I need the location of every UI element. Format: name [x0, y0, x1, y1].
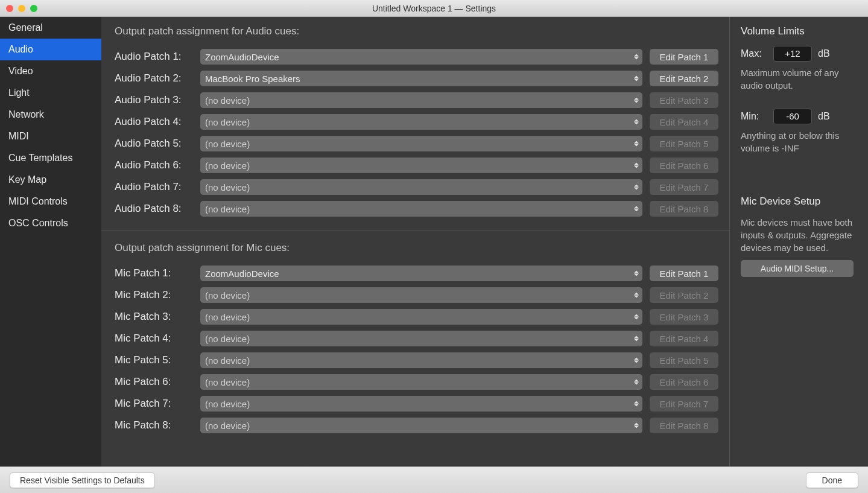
audio-section-title: Output patch assignment for Audio cues:	[115, 25, 718, 37]
mic-section-title: Output patch assignment for Mic cues:	[115, 242, 718, 254]
mic-patch-device-3: (no device)	[205, 312, 250, 322]
mic-patch-device-1: ZoomAudioDevice	[205, 269, 279, 279]
mic-patch-select-5[interactable]: (no device)	[200, 352, 642, 368]
audio-midi-setup-button[interactable]: Audio MIDI Setup...	[741, 260, 854, 277]
mic-patch-select-6[interactable]: (no device)	[200, 374, 642, 390]
footer: Reset Visible Settings to Defaults Done	[0, 466, 868, 493]
sidebar-item-light[interactable]: Light	[0, 82, 101, 104]
side-panel: Volume Limits Max: +12 dB Maximum volume…	[729, 17, 868, 466]
mic-edit-patch-button-7: Edit Patch 7	[650, 396, 718, 412]
up-down-icon	[634, 314, 639, 320]
sidebar-item-cue-templates[interactable]: Cue Templates	[0, 147, 101, 169]
audio-patch-label-7: Audio Patch 7:	[115, 181, 193, 193]
mic-patch-label-6: Mic Patch 6:	[115, 376, 193, 388]
audio-patch-label-6: Audio Patch 6:	[115, 159, 193, 171]
min-volume-input[interactable]: -60	[773, 109, 812, 124]
audio-patch-label-4: Audio Patch 4:	[115, 116, 193, 128]
mic-patch-device-4: (no device)	[205, 334, 250, 344]
audio-patch-device-3: (no device)	[205, 95, 250, 106]
up-down-icon	[634, 163, 639, 168]
up-down-icon	[634, 141, 639, 147]
audio-patch-select-7[interactable]: (no device)	[200, 179, 642, 195]
mic-edit-patch-button-3: Edit Patch 3	[650, 309, 718, 325]
mic-patch-row-3: Mic Patch 3:(no device)Edit Patch 3	[115, 306, 718, 328]
reset-defaults-button[interactable]: Reset Visible Settings to Defaults	[10, 472, 155, 488]
audio-patch-device-7: (no device)	[205, 182, 250, 192]
mic-patch-label-5: Mic Patch 5:	[115, 354, 193, 366]
mic-patch-select-2[interactable]: (no device)	[200, 287, 642, 303]
sidebar-item-audio[interactable]: Audio	[0, 39, 101, 60]
mic-patch-label-4: Mic Patch 4:	[115, 332, 193, 345]
sidebar-item-video[interactable]: Video	[0, 60, 101, 82]
audio-patch-select-1[interactable]: ZoomAudioDevice	[200, 49, 642, 65]
max-unit: dB	[818, 48, 830, 59]
mic-patch-row-5: Mic Patch 5:(no device)Edit Patch 5	[115, 349, 718, 371]
patch-area: Output patch assignment for Audio cues: …	[101, 17, 729, 466]
up-down-icon	[634, 336, 639, 342]
up-down-icon	[634, 380, 639, 385]
max-label: Max:	[741, 48, 767, 59]
audio-edit-patch-button-2[interactable]: Edit Patch 2	[650, 71, 718, 86]
mic-patch-row-8: Mic Patch 8:(no device)Edit Patch 8	[115, 415, 718, 436]
audio-patch-select-3[interactable]: (no device)	[200, 92, 642, 108]
audio-edit-patch-button-7: Edit Patch 7	[650, 179, 718, 195]
up-down-icon	[634, 358, 639, 363]
sidebar-item-general[interactable]: General	[0, 17, 101, 39]
mic-patch-device-2: (no device)	[205, 290, 250, 301]
mic-patch-select-4[interactable]: (no device)	[200, 331, 642, 346]
audio-patch-select-4[interactable]: (no device)	[200, 114, 642, 130]
done-button[interactable]: Done	[806, 472, 858, 488]
titlebar: Untitled Workspace 1 — Settings	[0, 0, 868, 17]
mic-edit-patch-button-2: Edit Patch 2	[650, 287, 718, 303]
audio-patch-row-5: Audio Patch 5:(no device)Edit Patch 5	[115, 133, 718, 154]
up-down-icon	[634, 185, 639, 190]
audio-patch-row-1: Audio Patch 1:ZoomAudioDeviceEdit Patch …	[115, 46, 718, 68]
audio-patch-device-5: (no device)	[205, 139, 250, 149]
audio-patch-device-4: (no device)	[205, 117, 250, 127]
max-volume-input[interactable]: +12	[773, 46, 812, 62]
main-content: Output patch assignment for Audio cues: …	[101, 17, 868, 466]
audio-patch-select-6[interactable]: (no device)	[200, 157, 642, 173]
mic-patch-row-6: Mic Patch 6:(no device)Edit Patch 6	[115, 371, 718, 393]
audio-edit-patch-button-6: Edit Patch 6	[650, 157, 718, 173]
mic-patch-select-3[interactable]: (no device)	[200, 309, 642, 325]
section-divider	[101, 231, 729, 231]
up-down-icon	[634, 119, 639, 125]
up-down-icon	[634, 293, 639, 298]
audio-patch-device-6: (no device)	[205, 161, 250, 171]
up-down-icon	[634, 54, 639, 60]
mic-patch-device-8: (no device)	[205, 421, 250, 431]
mic-patch-select-1[interactable]: ZoomAudioDevice	[200, 266, 642, 281]
close-window-button[interactable]	[6, 5, 13, 12]
audio-patch-select-2[interactable]: MacBook Pro Speakers	[200, 71, 642, 86]
maximize-window-button[interactable]	[30, 5, 37, 12]
sidebar-item-osc-controls[interactable]: OSC Controls	[0, 212, 101, 234]
mic-patch-select-7[interactable]: (no device)	[200, 396, 642, 412]
up-down-icon	[634, 98, 639, 103]
mic-edit-patch-button-4: Edit Patch 4	[650, 331, 718, 346]
audio-edit-patch-button-4: Edit Patch 4	[650, 114, 718, 130]
audio-edit-patch-button-5: Edit Patch 5	[650, 136, 718, 151]
audio-edit-patch-button-1[interactable]: Edit Patch 1	[650, 49, 718, 65]
mic-patch-row-7: Mic Patch 7:(no device)Edit Patch 7	[115, 393, 718, 415]
sidebar-item-midi-controls[interactable]: MIDI Controls	[0, 191, 101, 212]
sidebar-item-key-map[interactable]: Key Map	[0, 169, 101, 191]
sidebar-item-network[interactable]: Network	[0, 104, 101, 126]
sidebar-item-midi[interactable]: MIDI	[0, 126, 101, 147]
min-desc: Anything at or below this volume is -INF	[741, 129, 854, 154]
audio-edit-patch-button-8: Edit Patch 8	[650, 201, 718, 217]
mic-edit-patch-button-1[interactable]: Edit Patch 1	[650, 266, 718, 281]
minimize-window-button[interactable]	[18, 5, 25, 12]
audio-patch-row-7: Audio Patch 7:(no device)Edit Patch 7	[115, 176, 718, 198]
mic-setup-desc: Mic devices must have both inputs & outp…	[741, 216, 854, 254]
audio-patch-row-2: Audio Patch 2:MacBook Pro SpeakersEdit P…	[115, 68, 718, 89]
audio-patch-device-8: (no device)	[205, 204, 250, 214]
audio-patch-select-5[interactable]: (no device)	[200, 136, 642, 151]
up-down-icon	[634, 401, 639, 407]
mic-patch-device-6: (no device)	[205, 377, 250, 387]
mic-edit-patch-button-6: Edit Patch 6	[650, 374, 718, 390]
audio-patch-select-8[interactable]: (no device)	[200, 201, 642, 217]
audio-patch-row-6: Audio Patch 6:(no device)Edit Patch 6	[115, 154, 718, 176]
up-down-icon	[634, 271, 639, 276]
mic-patch-select-8[interactable]: (no device)	[200, 418, 642, 433]
